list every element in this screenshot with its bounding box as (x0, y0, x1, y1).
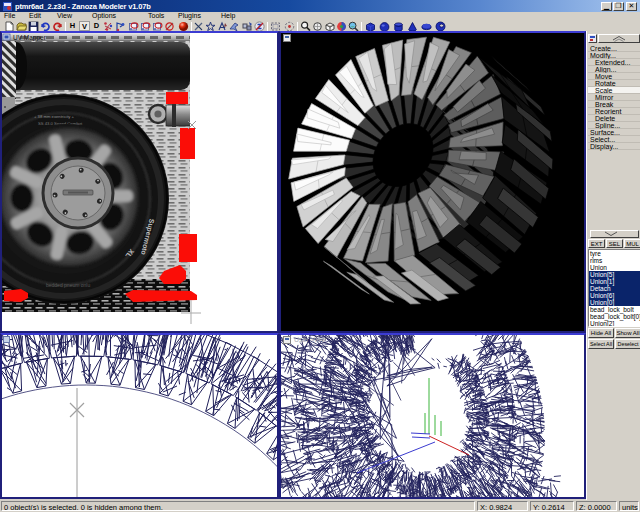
svg-text:bedded pneum onlu: bedded pneum onlu (46, 282, 90, 288)
svg-text:+ 38 mm exentricity +: + 38 mm exentricity + (34, 114, 75, 119)
